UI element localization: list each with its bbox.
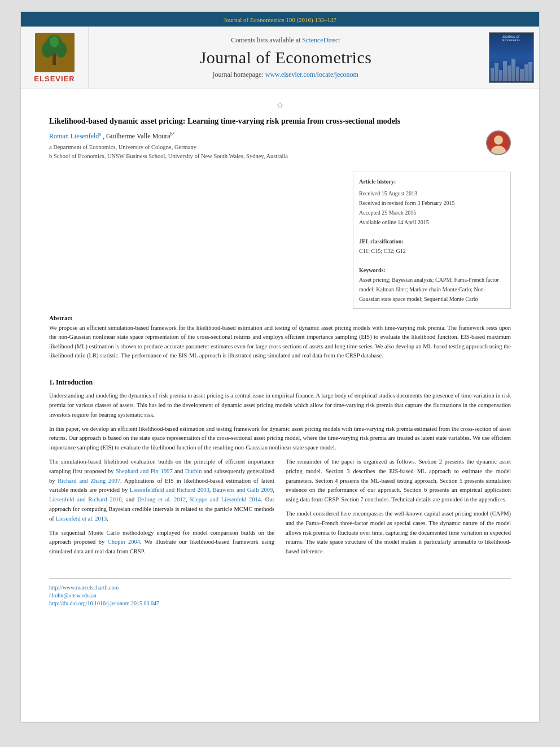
author-avatar — [486, 130, 511, 155]
col-right-para2: The model considered here encompasses th… — [286, 509, 511, 557]
journal-name: Journal of Econometrics — [200, 48, 372, 67]
ref-durbin[interactable]: Durbin — [185, 468, 202, 474]
svg-point-5 — [50, 36, 59, 47]
affiliation-block: a Department of Economics, University of… — [49, 143, 511, 162]
ref-chopin-2004[interactable]: Chopin 2004 — [108, 539, 140, 545]
doi-link[interactable]: http://dx.doi.org/10.1016/j.jeconom.2015… — [49, 600, 159, 606]
elsevier-label: ELSEVIER — [34, 75, 75, 83]
received-date: Received 15 August 2013 — [359, 189, 505, 198]
elsevier-logo: ELSEVIER — [21, 27, 89, 89]
contents-prefix: Contents lists available at — [231, 36, 302, 44]
footnote-website: http://www.marcelscharth.com — [49, 584, 511, 591]
website-link[interactable]: http://www.marcelscharth.com — [49, 584, 119, 591]
main-content: ✩ Likelihood-based dynamic asset pricing… — [21, 89, 539, 625]
cover-title-text: JOURNAL OFEconometrics — [502, 35, 520, 42]
jel-codes: C11; C15; C32; G12 — [359, 246, 505, 256]
svg-point-7 — [494, 136, 503, 145]
section-1-heading: 1. Introduction — [49, 378, 511, 387]
accepted-date: Accepted 25 March 2015 — [359, 208, 505, 217]
corresponding-star: * — [173, 132, 175, 137]
revised-date: Received in revised form 3 February 2015 — [359, 198, 505, 208]
journal-title-block: Contents lists available at ScienceDirec… — [89, 27, 483, 89]
ref-dejong[interactable]: DeJong et al. — [137, 496, 171, 503]
ref-liesenfeld-2010[interactable]: Liesenfeld and Richard 2010 — [49, 496, 122, 503]
ref-year-2012[interactable]: 2012 — [174, 496, 186, 503]
manuscript-history: Article history: Received 15 August 2013… — [353, 172, 511, 309]
jel-title: JEL classification: — [359, 237, 505, 246]
coauthor-name: , Guilherme Valle Moura — [103, 132, 170, 140]
ref-bauwens[interactable]: Bauwens and Galli 2009 — [213, 487, 273, 493]
svg-rect-4 — [53, 54, 56, 65]
affiliation-a: a Department of Economics, University of… — [49, 143, 511, 152]
homepage-link[interactable]: www.elsevier.com/locate/jeconom — [265, 71, 358, 78]
abstract-text: We propose an efficient simulation-based… — [49, 324, 511, 360]
abstract-section: Abstract We propose an efficient simulat… — [49, 314, 511, 360]
available-date: Available online 14 April 2015 — [359, 217, 505, 227]
body-para-1: Understanding and modeling the dynamics … — [49, 391, 511, 420]
ref-shephard-pitt[interactable]: Shephard and Pitt 1997 — [116, 468, 173, 474]
ref-liesenfeld[interactable]: Liesenfeld — [130, 487, 155, 493]
ref-kleppe[interactable]: Kleppe and Liesenfeld 2014 — [190, 496, 261, 503]
col-left-para2: The sequential Monte Carlo methodology e… — [49, 528, 274, 557]
journal-header: ELSEVIER Contents lists available at Sci… — [21, 27, 539, 89]
body-para-2: In this paper, we develop an efficient l… — [49, 425, 511, 453]
ref-liesenfeld-2013[interactable]: Liesenfeld et al. 2013 — [55, 516, 107, 522]
email-link[interactable]: r.kohn@unsw.edu.au — [49, 592, 97, 599]
homepage-line: journal homepage: www.elsevier.com/locat… — [213, 71, 358, 79]
cover-bar-chart — [491, 59, 532, 81]
author-line: Roman Liesenfelda , Guilherme Valle Mour… — [49, 132, 511, 141]
ms-history-title: Article history: — [359, 177, 505, 186]
footer-section: http://www.marcelscharth.com r.kohn@unsw… — [49, 578, 511, 606]
ref-richard-and[interactable]: Richard and — [58, 478, 88, 484]
keywords-title-box: Keywords: — [359, 265, 505, 275]
footnote-email: r.kohn@unsw.edu.au — [49, 592, 511, 599]
affiliation-b: b School of Economics, UNSW Business Sch… — [49, 152, 511, 161]
body-para-2-text: In this paper, we develop an efficient l… — [49, 426, 511, 451]
ref-feld-richard[interactable]: feld and Richard 2003 — [155, 487, 209, 493]
elsevier-tree-icon — [35, 33, 75, 72]
article-title: Likelihood-based dynamic asset pricing: … — [49, 116, 511, 127]
page: Journal of Econometrics 190 (2016) 133–1… — [20, 11, 540, 723]
star-symbol: ✩ — [277, 101, 283, 110]
article-title-section: Likelihood-based dynamic asset pricing: … — [49, 116, 511, 161]
author-name[interactable]: Roman Liesenfeld — [49, 132, 99, 140]
journal-cover: JOURNAL OFEconometrics — [483, 27, 539, 89]
col-left: The simulation-based likelihood evaluati… — [49, 457, 274, 561]
col-right-para1: The remainder of the paper is organized … — [286, 457, 511, 505]
top-banner: Journal of Econometrics 190 (2016) 133–1… — [21, 12, 539, 27]
keywords-box: Asset pricing; Bayesian analysis; CAPM; … — [359, 275, 505, 304]
two-col-section: The simulation-based likelihood evaluati… — [49, 457, 511, 561]
contents-line: Contents lists available at ScienceDirec… — [231, 36, 340, 45]
abstract-title: Abstract — [49, 314, 511, 321]
article-title-text: Likelihood-based dynamic asset pricing: … — [49, 116, 400, 127]
homepage-prefix: journal homepage: — [213, 71, 265, 78]
col-left-para: The simulation-based likelihood evaluati… — [49, 457, 274, 524]
sciencedirect-link[interactable]: ScienceDirect — [302, 36, 340, 44]
footnote-doi: http://dx.doi.org/10.1016/j.jeconom.2015… — [49, 600, 511, 606]
cover-image: JOURNAL OFEconometrics — [489, 32, 534, 83]
affiliation-a-ref: a — [99, 132, 101, 137]
journal-citation: Journal of Econometrics 190 (2016) 133–1… — [224, 16, 336, 23]
body-para-1-text: Understanding and modeling the dynamics … — [49, 392, 511, 418]
star-line: ✩ — [49, 101, 511, 110]
col-right: The remainder of the paper is organized … — [286, 457, 511, 561]
ref-zhang-2007[interactable]: Zhang 2007 — [90, 478, 120, 484]
